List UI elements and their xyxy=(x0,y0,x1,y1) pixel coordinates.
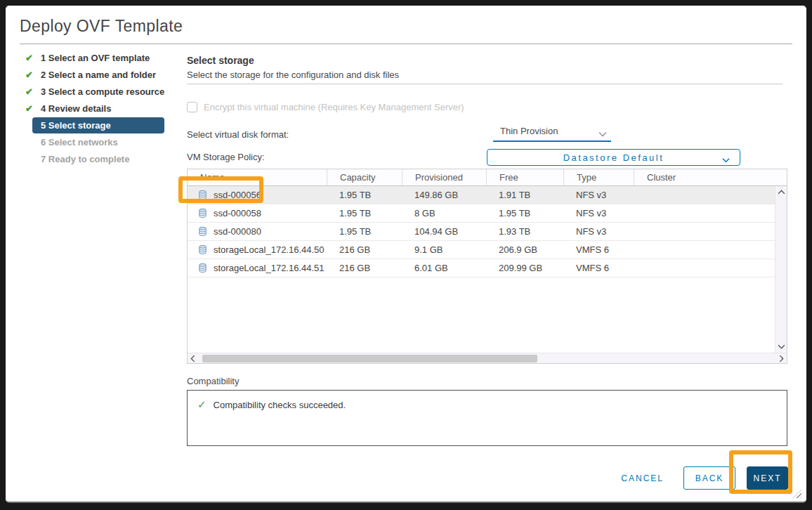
step-check-icon: ✔ xyxy=(25,86,41,97)
datastore-name: storageLocal_172.16.44.50 xyxy=(214,244,325,255)
back-button[interactable]: BACK xyxy=(683,466,735,490)
table-row[interactable]: ssd-000080 1.95 TB 104.94 GB 1.93 TB NFS… xyxy=(188,223,775,241)
cell-type: NFS v3 xyxy=(563,186,634,204)
scroll-left-icon[interactable] xyxy=(190,355,195,362)
cell-cluster xyxy=(634,241,775,259)
cell-cluster xyxy=(634,259,775,277)
cell-provisioned: 104.94 GB xyxy=(402,223,486,240)
chevron-down-icon xyxy=(598,129,607,139)
compatibility-box: ✓ Compatibility checks succeeded. xyxy=(187,390,787,446)
cell-capacity: 216 GB xyxy=(327,259,402,277)
cell-cluster xyxy=(634,186,775,204)
hscroll-thumb[interactable] xyxy=(202,355,537,362)
table-row[interactable]: ssd-000056 1.95 TB 149.86 GB 1.91 TB NFS… xyxy=(188,186,775,204)
cell-type: NFS v3 xyxy=(563,204,634,222)
cell-free: 1.91 TB xyxy=(486,186,563,204)
column-header[interactable]: Cluster xyxy=(634,169,787,185)
compatibility-message: Compatibility checks succeeded. xyxy=(214,400,346,410)
step-check-icon: ✔ xyxy=(25,70,41,80)
step-check-icon: ✔ xyxy=(25,53,41,63)
disk-format-label: Select virtual disk format: xyxy=(187,129,289,140)
wizard-step[interactable]: ✔ 1 Select an OVF template xyxy=(17,49,180,66)
datastore-name: storageLocal_172.16.44.51 xyxy=(214,263,325,273)
cell-type: VMFS 6 xyxy=(563,259,634,277)
cell-provisioned: 149.86 GB xyxy=(402,186,486,204)
next-button[interactable]: NEXT xyxy=(747,466,788,490)
cell-provisioned: 6.01 GB xyxy=(402,259,486,277)
cell-free: 1.95 TB xyxy=(486,204,563,222)
wizard-step[interactable]: ✔ 3 Select a compute resource xyxy=(17,83,180,100)
table-row[interactable]: ssd-000058 1.95 TB 8 GB 1.95 TB NFS v3 xyxy=(188,204,775,223)
datastore-icon xyxy=(197,190,208,200)
cell-capacity: 1.95 TB xyxy=(327,204,402,222)
datastore-icon xyxy=(197,208,208,218)
cell-capacity: 1.95 TB xyxy=(327,223,402,240)
cell-free: 206.9 GB xyxy=(486,241,563,259)
wizard-step[interactable]: 7 Ready to complete xyxy=(17,150,180,167)
encrypt-label: Encrypt this virtual machine (Requires K… xyxy=(204,102,464,112)
scroll-right-icon[interactable] xyxy=(779,355,784,362)
cell-provisioned: 9.1 GB xyxy=(402,241,486,259)
step-check-icon: ✔ xyxy=(25,103,41,114)
datastore-name: ssd-000080 xyxy=(214,226,261,237)
wizard-step[interactable]: ✔ 2 Select a name and folder xyxy=(17,66,180,83)
step-content-panel: Select storage Select the storage for th… xyxy=(181,51,787,503)
compatibility-label: Compatibility xyxy=(187,376,239,386)
column-header[interactable]: Free xyxy=(486,169,563,185)
cell-cluster xyxy=(634,223,775,240)
dialog-title: Deploy OVF Template xyxy=(20,17,183,36)
column-header[interactable]: Provisioned xyxy=(402,169,486,185)
cell-free: 209.99 GB xyxy=(486,259,563,277)
table-row[interactable]: storageLocal_172.16.44.51 216 GB 6.01 GB… xyxy=(188,259,775,277)
horizontal-scrollbar[interactable] xyxy=(188,353,787,363)
scroll-up-icon[interactable] xyxy=(778,190,785,195)
table-header-row: NameCapacityProvisionedFreeTypeCluster xyxy=(188,169,787,186)
storage-policy-dropdown[interactable]: Datastore Default xyxy=(487,149,740,166)
datastore-name: ssd-000058 xyxy=(214,208,261,218)
title-divider xyxy=(20,44,792,44)
column-header[interactable]: Name xyxy=(188,169,327,185)
storage-policy-value: Datastore Default xyxy=(563,152,664,163)
datastore-icon xyxy=(197,263,208,273)
encrypt-checkbox[interactable] xyxy=(187,102,197,112)
disk-format-dropdown[interactable]: Thin Provision xyxy=(493,123,611,142)
cell-provisioned: 8 GB xyxy=(402,204,486,222)
encrypt-row: Encrypt this virtual machine (Requires K… xyxy=(187,102,464,112)
cell-capacity: 216 GB xyxy=(327,241,402,259)
resize-grip-icon[interactable] xyxy=(793,490,801,498)
wizard-footer: CANCEL BACK NEXT xyxy=(621,466,788,490)
vertical-scrollbar[interactable] xyxy=(775,186,787,353)
wizard-step[interactable]: 6 Select networks xyxy=(17,133,180,150)
cell-type: VMFS 6 xyxy=(563,241,634,259)
panel-heading: Select storage xyxy=(187,55,254,66)
wizard-steps: ✔ 1 Select an OVF template ✔ 2 Select a … xyxy=(17,49,180,167)
cell-cluster xyxy=(634,204,775,222)
datastore-name: ssd-000056 xyxy=(214,190,261,200)
table-body: ssd-000056 1.95 TB 149.86 GB 1.91 TB NFS… xyxy=(188,186,775,353)
deploy-ovf-dialog: Deploy OVF Template ✔ 1 Select an OVF te… xyxy=(6,6,806,503)
hscroll-track[interactable] xyxy=(198,355,776,362)
cell-free: 1.93 TB xyxy=(486,223,563,240)
cell-type: NFS v3 xyxy=(563,223,634,240)
storage-policy-label: VM Storage Policy: xyxy=(187,152,265,162)
datastore-icon xyxy=(197,226,208,237)
table-row[interactable]: storageLocal_172.16.44.50 216 GB 9.1 GB … xyxy=(188,241,775,259)
success-check-icon: ✓ xyxy=(197,398,207,411)
panel-subheading: Select the storage for the configuration… xyxy=(187,70,399,80)
cell-capacity: 1.95 TB xyxy=(327,186,402,204)
disk-format-value: Thin Provision xyxy=(500,126,558,136)
wizard-step-current[interactable]: 5 Select storage xyxy=(17,117,180,133)
cancel-button[interactable]: CANCEL xyxy=(621,473,664,483)
scroll-down-icon[interactable] xyxy=(778,344,785,349)
datastore-icon xyxy=(197,244,208,255)
datastore-table: NameCapacityProvisionedFreeTypeCluster s… xyxy=(187,169,787,364)
panel-divider xyxy=(187,84,782,84)
wizard-step[interactable]: ✔ 4 Review details xyxy=(17,100,180,117)
column-header[interactable]: Type xyxy=(563,169,634,185)
chevron-down-icon xyxy=(722,155,730,165)
column-header[interactable]: Capacity xyxy=(327,169,402,185)
